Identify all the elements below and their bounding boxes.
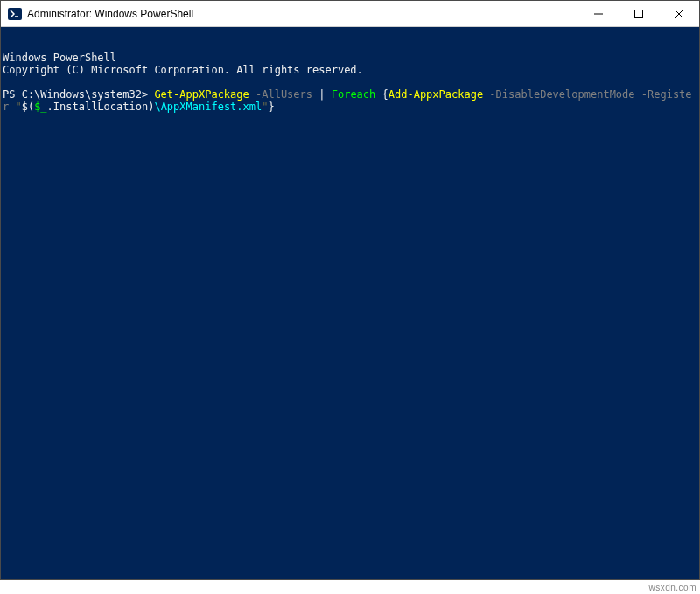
titlebar[interactable]: Administrator: Windows PowerShell — [1, 1, 699, 27]
watermark: wsxdn.com — [648, 583, 696, 592]
maximize-button[interactable] — [619, 1, 659, 26]
terminal-content: Windows PowerShell Copyright (C) Microso… — [1, 52, 699, 113]
banner-line-1: Windows PowerShell — [3, 52, 116, 64]
cmd-subopen: $( — [22, 101, 34, 113]
cmd-getappx: Get-AppXPackage — [154, 88, 248, 101]
powershell-icon — [8, 7, 22, 21]
prompt: PS C:\Windows\system32> — [3, 88, 154, 101]
cmd-quote1: " — [15, 101, 21, 113]
cmd-brace-open: { — [382, 88, 388, 101]
cmd-var: $_ — [34, 101, 46, 113]
sp1 — [325, 88, 331, 101]
window-title: Administrator: Windows PowerShell — [27, 8, 578, 20]
cmd-foreach: Foreach — [332, 88, 376, 101]
cmd-path: \AppXManifest.xml — [154, 101, 262, 113]
cmd-allusers: -AllUsers — [249, 88, 318, 101]
terminal-area[interactable]: Windows PowerShell Copyright (C) Microso… — [1, 27, 699, 579]
cmd-prop: .InstallLocation) — [47, 101, 155, 113]
window-controls — [578, 1, 699, 26]
svg-rect-3 — [635, 10, 643, 17]
cmd-brace-close: } — [268, 101, 274, 113]
close-button[interactable] — [659, 1, 699, 26]
banner-line-2: Copyright (C) Microsoft Corporation. All… — [3, 64, 363, 76]
sp2 — [375, 88, 382, 101]
cmd-addappx: Add-AppxPackage — [388, 88, 483, 101]
minimize-button[interactable] — [578, 1, 619, 26]
powershell-window: Administrator: Windows PowerShell Window… — [0, 0, 700, 580]
